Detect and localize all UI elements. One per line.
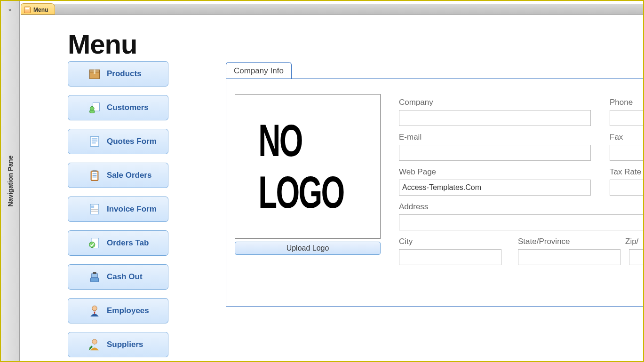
navigation-pane: » Navigation Pane — [1, 1, 20, 361]
menu-item-label: Suppliers — [107, 340, 143, 349]
svg-point-25 — [92, 306, 97, 311]
address-field[interactable] — [399, 214, 643, 230]
svg-rect-17 — [91, 205, 94, 208]
svg-rect-18 — [91, 209, 98, 210]
menu-item-label: Orders Tab — [107, 238, 149, 248]
menu-item-label: Sale Orders — [107, 171, 151, 180]
svg-rect-14 — [93, 175, 97, 176]
svg-rect-13 — [93, 173, 97, 174]
logo-preview[interactable]: NO LOGO — [235, 94, 381, 239]
tab-label: Menu — [33, 7, 48, 13]
menu-item-label: Products — [107, 69, 142, 79]
taxrate-label: Tax Rate — [610, 167, 641, 177]
svg-point-26 — [92, 339, 97, 345]
menu-customers-button[interactable]: Customers — [68, 95, 168, 120]
menu-employees-button[interactable]: Employees — [68, 298, 168, 323]
menu-cash-out-button[interactable]: Cash Out — [68, 264, 168, 290]
upload-logo-label: Upload Logo — [286, 244, 329, 252]
webpage-field[interactable] — [399, 180, 591, 196]
document-icon — [88, 135, 101, 148]
company-info-panel: Company Info NO LOGO Upload Logo Company… — [226, 62, 643, 307]
phone-label: Phone — [610, 98, 633, 107]
menu-sale-orders-button[interactable]: Sale Orders — [68, 163, 168, 188]
state-field[interactable] — [518, 249, 620, 265]
state-label: State/Province — [518, 237, 570, 246]
menu-orders-tab-button[interactable]: Orders Tab — [68, 230, 168, 256]
svg-rect-8 — [92, 140, 97, 142]
invoice-icon — [88, 203, 101, 216]
city-field[interactable] — [399, 249, 501, 265]
menu-invoice-button[interactable]: Invoice Form — [68, 197, 168, 222]
document-check-icon — [88, 236, 101, 250]
svg-rect-9 — [92, 142, 96, 144]
menu-item-label: Quotes Form — [107, 137, 157, 146]
svg-rect-12 — [93, 170, 97, 172]
fax-label: Fax — [610, 133, 623, 142]
taxrate-field[interactable] — [610, 180, 643, 196]
svg-rect-7 — [92, 138, 97, 140]
svg-rect-11 — [92, 172, 97, 180]
menu-quotes-button[interactable]: Quotes Form — [68, 129, 168, 154]
company-label: Company — [399, 98, 433, 107]
logo-placeholder-text: NO LOGO — [258, 115, 357, 218]
menu-products-button[interactable]: Products — [68, 61, 168, 87]
person-card-icon — [88, 101, 101, 114]
address-label: Address — [399, 202, 428, 212]
tab-label: Company Info — [234, 66, 284, 75]
menu-item-label: Invoice Form — [107, 205, 157, 214]
svg-rect-22 — [90, 278, 99, 282]
page-title: Menu — [68, 28, 137, 60]
svg-rect-24 — [93, 272, 96, 274]
tab-company-info[interactable]: Company Info — [226, 62, 292, 79]
navigation-pane-label: Navigation Pane — [7, 156, 14, 207]
employee-icon — [88, 304, 101, 317]
city-label: City — [399, 237, 413, 246]
clipboard-icon — [88, 169, 101, 182]
company-info-body: NO LOGO Upload Logo Company E-mail Web P… — [226, 79, 643, 307]
fax-field[interactable] — [610, 145, 643, 161]
document-tab-bar: Menu — [21, 4, 643, 15]
tab-menu[interactable]: Menu — [21, 3, 55, 15]
svg-rect-19 — [91, 211, 98, 212]
form-icon — [24, 7, 31, 13]
svg-rect-15 — [93, 177, 97, 178]
cash-register-icon — [88, 270, 101, 283]
svg-rect-5 — [90, 110, 95, 113]
menu-item-label: Customers — [107, 103, 149, 112]
company-field[interactable] — [399, 110, 591, 126]
menu-item-label: Cash Out — [107, 272, 143, 282]
form-surface: Menu Products Customers Quotes Form Sa — [21, 15, 643, 361]
supplier-icon — [88, 338, 101, 351]
phone-field[interactable] — [610, 110, 643, 126]
zip-field[interactable] — [629, 249, 643, 265]
menu-item-label: Employees — [107, 306, 149, 315]
navigation-expand-button[interactable]: » — [6, 6, 14, 14]
upload-logo-button[interactable]: Upload Logo — [235, 242, 381, 255]
box-icon — [88, 67, 101, 80]
email-field[interactable] — [399, 145, 591, 161]
zip-label: Zip/ — [625, 237, 638, 246]
svg-rect-2 — [94, 70, 95, 74]
webpage-label: Web Page — [399, 167, 436, 177]
menu-button-column: Products Customers Quotes Form Sale Orde… — [68, 61, 168, 361]
svg-rect-23 — [92, 274, 97, 278]
email-label: E-mail — [399, 133, 421, 142]
menu-suppliers-button[interactable]: Suppliers — [68, 332, 168, 357]
